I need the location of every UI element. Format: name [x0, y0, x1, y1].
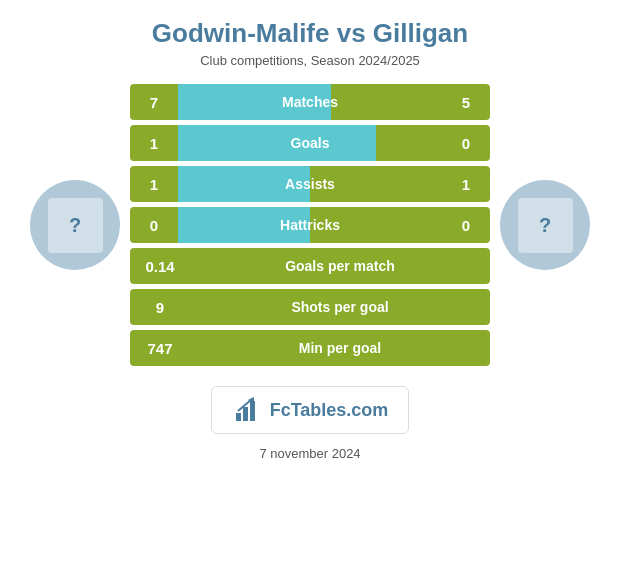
left-val-assists: 1	[130, 176, 178, 193]
label-goals-per-match: Goals per match	[190, 258, 490, 274]
avatar-right-symbol: ?	[539, 214, 551, 237]
avatar-left-symbol: ?	[69, 214, 81, 237]
svg-rect-1	[243, 407, 248, 421]
avatar-right-inner: ?	[518, 198, 573, 253]
right-val-matches: 5	[442, 94, 490, 111]
logo-section: FcTables.com	[211, 386, 410, 434]
label-goals: Goals	[178, 135, 442, 151]
label-assists: Assists	[178, 176, 442, 192]
right-val-hattricks: 0	[442, 217, 490, 234]
left-val-matches: 7	[130, 94, 178, 111]
label-matches: Matches	[178, 94, 442, 110]
avatar-left-inner: ?	[48, 198, 103, 253]
page-title: Godwin-Malife vs Gilligan	[152, 18, 468, 49]
left-val-hattricks: 0	[130, 217, 178, 234]
svg-rect-0	[236, 413, 241, 421]
svg-rect-2	[250, 401, 255, 421]
stat-row-assists: 1Assists1	[130, 166, 490, 202]
right-val-goals: 0	[442, 135, 490, 152]
left-val-goals-per-match: 0.14	[130, 258, 190, 275]
label-hattricks: Hattricks	[178, 217, 442, 233]
logo-box: FcTables.com	[211, 386, 410, 434]
stat-row-hattricks: 0Hattricks0	[130, 207, 490, 243]
stat-row-goals: 1Goals0	[130, 125, 490, 161]
right-val-assists: 1	[442, 176, 490, 193]
avatar-left: ?	[30, 180, 120, 270]
stats-container: 7Matches51Goals01Assists10Hattricks00.14…	[130, 84, 490, 366]
page-subtitle: Club competitions, Season 2024/2025	[152, 53, 468, 68]
page: Godwin-Malife vs Gilligan Club competiti…	[0, 0, 620, 580]
main-content: ? 7Matches51Goals01Assists10Hattricks00.…	[0, 74, 620, 376]
stat-row-min-per-goal: 747Min per goal	[130, 330, 490, 366]
footer-date: 7 november 2024	[259, 446, 360, 461]
stat-row-matches: 7Matches5	[130, 84, 490, 120]
stat-row-shots-per-goal: 9Shots per goal	[130, 289, 490, 325]
label-min-per-goal: Min per goal	[190, 340, 490, 356]
logo-icon	[232, 395, 262, 425]
header: Godwin-Malife vs Gilligan Club competiti…	[132, 0, 488, 74]
logo-text: FcTables.com	[270, 400, 389, 421]
label-shots-per-goal: Shots per goal	[190, 299, 490, 315]
avatar-right: ?	[500, 180, 590, 270]
left-val-goals: 1	[130, 135, 178, 152]
left-val-shots-per-goal: 9	[130, 299, 190, 316]
stat-row-goals-per-match: 0.14Goals per match	[130, 248, 490, 284]
left-val-min-per-goal: 747	[130, 340, 190, 357]
